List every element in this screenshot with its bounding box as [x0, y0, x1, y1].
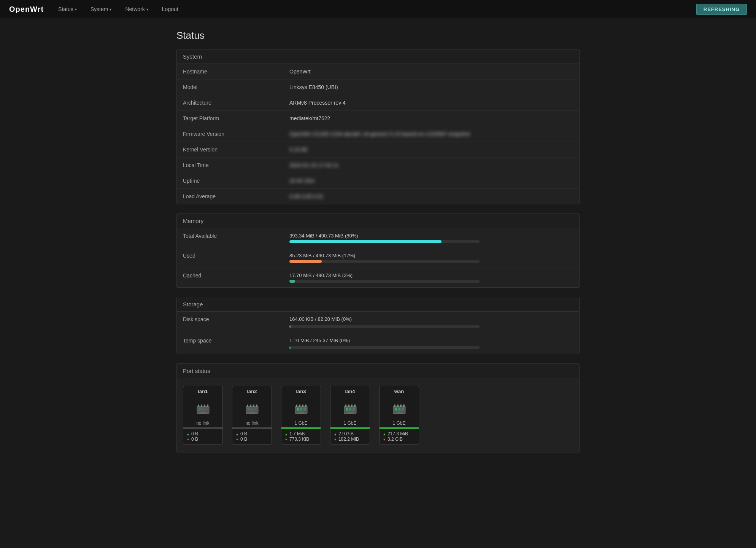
chevron-down-icon: ▾	[110, 7, 111, 11]
svg-rect-26	[298, 412, 304, 414]
row-value: 2d 4h 33m	[283, 173, 579, 189]
storage-table: Disk space 164.00 KiB / 82.20 MiB (0%) T…	[177, 312, 579, 354]
svg-rect-2	[202, 408, 204, 411]
svg-rect-40	[394, 405, 395, 407]
port-name: lan4	[330, 386, 370, 396]
port-name: lan1	[183, 386, 222, 396]
down-value: 778.3 KiB	[289, 436, 309, 442]
nav-network[interactable]: Network ▾	[120, 4, 153, 14]
row-value: OpenWrt r21345-1234-abcdef, rel-generic-…	[283, 126, 579, 142]
arrow-up-icon	[334, 431, 337, 436]
navbar: OpenWrt Status ▾ System ▾ Network ▾ Logo…	[0, 0, 756, 18]
svg-rect-12	[254, 408, 257, 411]
row-value: 2024-01-15 17:42:11	[283, 158, 579, 173]
svg-rect-17	[249, 412, 255, 414]
up-value: 0 B	[240, 431, 247, 436]
table-row: Architecture ARMv8 Processor rev 4	[177, 95, 579, 111]
svg-rect-4	[198, 405, 199, 407]
port-stat-down: 0 B	[235, 436, 268, 442]
svg-rect-10	[248, 408, 250, 411]
bar-fill	[289, 260, 322, 263]
port-icon-area	[232, 396, 272, 421]
bar-label: 17.70 MiB / 490.73 MiB (3%)	[289, 272, 573, 278]
row-key: Kernel Version	[177, 142, 283, 158]
table-row: Target Platform mediatek/mt7622	[177, 111, 579, 126]
port-stat-down: 0 B	[186, 436, 219, 442]
port-status-title: Port status	[177, 364, 579, 378]
memory-section-title: Memory	[177, 214, 579, 228]
row-key: Firmware Version	[177, 126, 283, 142]
port-cards-container: lan1 no link 0 B 0 B lan2	[177, 378, 579, 452]
port-stat-up: 217.3 MiB	[383, 431, 416, 436]
port-stats: 1.7 MiB 778.3 KiB	[281, 429, 321, 444]
arrow-down-icon	[235, 436, 239, 442]
port-name: wan	[380, 386, 419, 396]
page-title: Status	[176, 30, 580, 41]
table-row: Temp space 1.10 MiB / 245.37 MiB (0%)	[177, 333, 579, 354]
ethernet-icon	[391, 401, 408, 417]
port-stat-down: 778.3 KiB	[284, 436, 318, 442]
svg-rect-42	[400, 405, 402, 407]
port-stats: 0 B 0 B	[183, 429, 222, 444]
row-value: mediatek/mt7622	[283, 111, 579, 126]
row-value: 85.23 MiB / 490.73 MiB (17%)	[283, 248, 579, 268]
port-status-text: no link	[232, 421, 272, 427]
port-card: wan 1 GbE 217.3 MiB 3.2 GiB	[379, 386, 419, 444]
row-key: Target Platform	[177, 111, 283, 126]
svg-rect-5	[201, 405, 202, 407]
svg-rect-16	[256, 405, 257, 407]
row-value: 1.10 MiB / 245.37 MiB (0%)	[283, 333, 579, 354]
chevron-down-icon: ▾	[75, 7, 77, 11]
table-row: Kernel Version 5.15.98	[177, 142, 579, 158]
down-value: 182.2 MiB	[338, 436, 359, 442]
system-section: System Hostname OpenWrt Model Linksys E8…	[176, 49, 580, 204]
row-key: Load Average	[177, 189, 283, 204]
ethernet-icon	[244, 401, 260, 417]
row-value: OpenWrt	[283, 64, 579, 80]
port-stat-down: 3.2 GiB	[383, 436, 416, 442]
svg-rect-20	[300, 408, 302, 411]
row-value: 393.34 MiB / 490.73 MiB (80%)	[283, 228, 579, 248]
port-name: lan3	[281, 386, 321, 396]
arrow-down-icon	[186, 436, 190, 442]
svg-rect-21	[303, 408, 306, 411]
table-row: Cached 17.70 MiB / 490.73 MiB (3%)	[177, 268, 579, 288]
row-value: Linksys E8450 (UBI)	[283, 80, 579, 95]
bar-label: 164.00 KiB / 82.20 MiB (0%)	[289, 316, 573, 322]
bar-track	[289, 280, 480, 283]
row-key: Uptime	[177, 173, 283, 189]
table-row: Local Time 2024-01-15 17:42:11	[177, 158, 579, 173]
arrow-up-icon	[186, 431, 190, 436]
bar-fill	[289, 346, 291, 349]
down-value: 0 B	[240, 436, 247, 442]
port-status-text: no link	[183, 421, 222, 427]
port-icon-area	[380, 396, 419, 421]
svg-rect-24	[302, 405, 303, 407]
row-key: Disk space	[177, 312, 283, 333]
svg-rect-33	[351, 405, 353, 407]
svg-rect-25	[305, 405, 307, 407]
refresh-button[interactable]: REFRESHING	[696, 4, 747, 15]
port-stat-up: 0 B	[186, 431, 219, 436]
bar-track	[289, 346, 480, 349]
down-value: 3.2 GiB	[388, 436, 403, 442]
table-row: Uptime 2d 4h 33m	[177, 173, 579, 189]
port-card: lan3 1 GbE 1.7 MiB 778.3 KiB	[281, 386, 321, 444]
arrow-up-icon	[235, 431, 239, 436]
row-value: ARMv8 Processor rev 4	[283, 95, 579, 111]
ethernet-icon	[195, 401, 211, 417]
bar-track	[289, 240, 480, 243]
svg-rect-39	[402, 408, 404, 411]
row-key: Used	[177, 248, 283, 268]
nav-system[interactable]: System ▾	[85, 4, 117, 14]
svg-rect-1	[199, 408, 201, 411]
nav-status[interactable]: Status ▾	[53, 4, 82, 14]
row-key: Cached	[177, 268, 283, 288]
port-status-text: 1 GbE	[330, 421, 370, 427]
nav-logout[interactable]: Logout	[157, 4, 184, 14]
main-content: Status System Hostname OpenWrt Model Lin…	[169, 18, 587, 473]
up-value: 0 B	[191, 431, 198, 436]
svg-rect-29	[349, 408, 351, 411]
port-icon-area	[330, 396, 370, 421]
svg-rect-19	[297, 408, 299, 411]
